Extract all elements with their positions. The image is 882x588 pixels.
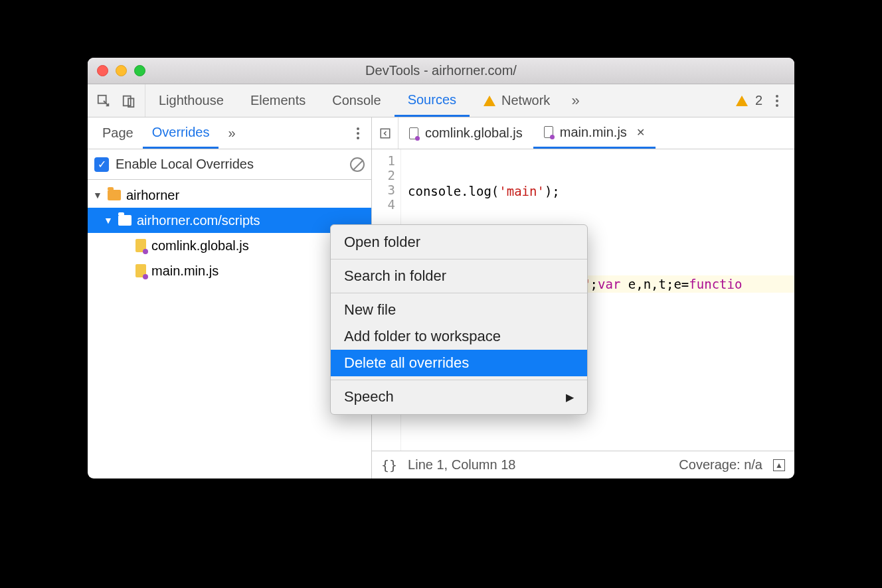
- line-number: 1: [372, 153, 395, 168]
- menu-item-label: Speech: [344, 388, 394, 405]
- coverage-status[interactable]: Coverage: n/a: [679, 457, 762, 473]
- sidebar-more-tabs[interactable]: »: [219, 117, 244, 149]
- context-menu-open-folder[interactable]: Open folder: [331, 229, 587, 256]
- folder-icon: [118, 215, 132, 226]
- device-toolbar-icon[interactable]: [121, 93, 137, 109]
- window-minimize-button[interactable]: [116, 65, 127, 76]
- window-maximize-button[interactable]: [134, 65, 145, 76]
- cursor-position: Line 1, Column 18: [408, 457, 515, 473]
- tab-label: Network: [501, 93, 550, 108]
- editor-tab[interactable]: comlink.global.js: [398, 117, 533, 149]
- tab-label: Lighthouse: [159, 93, 224, 108]
- inspect-tools: [88, 84, 145, 117]
- inspect-element-icon[interactable]: [96, 93, 112, 109]
- tree-file[interactable]: comlink.global.js: [88, 233, 371, 258]
- tree-file[interactable]: main.min.js: [88, 258, 371, 283]
- line-number: 3: [372, 183, 395, 197]
- tree-item-label: comlink.global.js: [151, 238, 249, 254]
- warning-icon: [483, 94, 496, 108]
- file-tree: ▼ airhorner ▼ airhorner.com/scripts coml…: [88, 180, 371, 478]
- editor-tab-strip: comlink.global.js main.min.js ✕: [372, 117, 794, 149]
- tab-label: Overrides: [152, 125, 210, 140]
- main-tab-strip: Lighthouse Elements Console Sources Netw…: [88, 84, 794, 117]
- tree-folder-root[interactable]: ▼ airhorner: [88, 183, 371, 208]
- close-icon[interactable]: ✕: [636, 126, 645, 139]
- tree-item-label: airhorner: [126, 188, 179, 203]
- line-number: 2: [372, 168, 395, 183]
- context-menu-new-file[interactable]: New file: [331, 297, 587, 323]
- warning-count[interactable]: 2: [755, 93, 762, 108]
- menu-item-label: Add folder to workspace: [344, 328, 501, 345]
- folder-icon: [108, 190, 121, 200]
- menu-item-label: Open folder: [344, 234, 420, 251]
- chevron-down-icon: ▼: [93, 190, 102, 200]
- svg-rect-1: [124, 96, 131, 106]
- tree-item-label: airhorner.com/scripts: [137, 213, 260, 228]
- line-number: 4: [372, 197, 395, 212]
- enable-overrides-checkbox[interactable]: ✓: [94, 157, 109, 172]
- tab-label: Elements: [250, 93, 306, 108]
- menu-item-label: Search in folder: [344, 267, 446, 285]
- tab-console[interactable]: Console: [319, 84, 394, 117]
- expand-icon[interactable]: ▲: [773, 459, 785, 471]
- editor-status-bar: {} Line 1, Column 18 Coverage: n/a ▲: [372, 451, 794, 478]
- code-line: console.log('main');: [408, 183, 794, 200]
- window-close-button[interactable]: [97, 65, 108, 76]
- file-icon: [135, 239, 146, 252]
- editor-tab-label: comlink.global.js: [425, 125, 523, 141]
- file-icon: [409, 127, 418, 139]
- file-icon: [544, 126, 553, 138]
- svg-rect-3: [381, 129, 390, 138]
- editor-tab[interactable]: main.min.js ✕: [533, 117, 656, 149]
- chevron-down-icon: ▼: [104, 215, 113, 226]
- overrides-toolbar: ✓ Enable Local Overrides: [88, 149, 371, 180]
- window-title: DevTools - airhorner.com/: [88, 63, 794, 78]
- menu-separator: [331, 293, 587, 293]
- traffic-lights: [97, 65, 145, 76]
- more-tabs-button[interactable]: »: [563, 84, 587, 117]
- tab-label: Console: [332, 93, 381, 108]
- tab-network[interactable]: Network: [470, 84, 563, 117]
- context-menu-delete-overrides[interactable]: Delete all overrides: [331, 350, 587, 376]
- sidebar-tabs: Page Overrides »: [88, 117, 371, 149]
- navigate-back-button[interactable]: [372, 117, 398, 149]
- warning-icon: [735, 94, 749, 108]
- editor-tab-label: main.min.js: [560, 125, 627, 140]
- tab-sources[interactable]: Sources: [395, 84, 470, 117]
- enable-overrides-label: Enable Local Overrides: [116, 157, 343, 172]
- navigator-sidebar: Page Overrides » ✓ Enable Local Override…: [88, 117, 372, 478]
- window-titlebar: DevTools - airhorner.com/: [88, 58, 794, 84]
- tab-label: Page: [102, 125, 133, 141]
- tab-lighthouse[interactable]: Lighthouse: [145, 84, 237, 117]
- context-menu-add-workspace[interactable]: Add folder to workspace: [331, 323, 587, 350]
- menu-separator: [331, 259, 587, 259]
- context-menu-search-folder[interactable]: Search in folder: [331, 263, 587, 289]
- tab-elements[interactable]: Elements: [237, 84, 319, 117]
- menu-item-label: Delete all overrides: [344, 354, 469, 372]
- format-button[interactable]: {}: [381, 457, 397, 473]
- sidebar-tab-overrides[interactable]: Overrides: [143, 117, 219, 149]
- toolbar-right: 2: [726, 84, 794, 117]
- tab-label: Sources: [408, 92, 456, 108]
- menu-item-label: New file: [344, 301, 396, 319]
- settings-menu-button[interactable]: [769, 95, 785, 107]
- tree-item-label: main.min.js: [151, 263, 219, 279]
- sidebar-tab-page[interactable]: Page: [93, 117, 143, 149]
- context-menu: Open folder Search in folder New file Ad…: [330, 224, 588, 415]
- chevron-right-icon: ▶: [566, 391, 574, 404]
- context-menu-speech[interactable]: Speech ▶: [331, 384, 587, 410]
- main-tabs: Lighthouse Elements Console Sources Netw…: [145, 84, 726, 117]
- clear-icon[interactable]: [350, 157, 365, 172]
- file-icon: [135, 264, 146, 277]
- sidebar-menu-button[interactable]: [350, 127, 366, 139]
- tree-folder-scripts[interactable]: ▼ airhorner.com/scripts: [88, 208, 371, 233]
- menu-separator: [331, 380, 587, 380]
